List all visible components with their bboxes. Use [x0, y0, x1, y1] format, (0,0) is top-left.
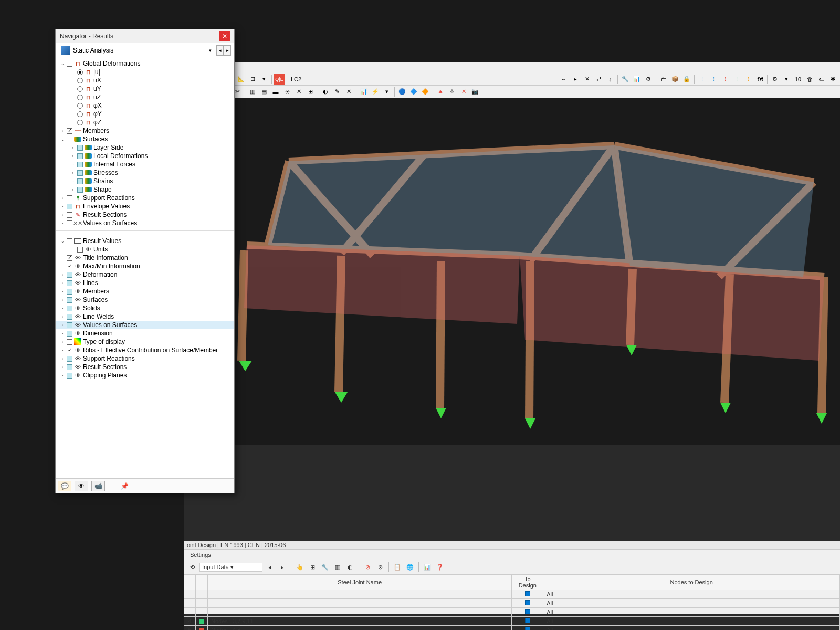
tree-item[interactable]: 👁Max/Min Information — [56, 262, 234, 270]
tree-item[interactable]: ⊓|u| — [56, 68, 234, 76]
checkbox[interactable] — [67, 128, 72, 134]
checkbox[interactable] — [67, 238, 72, 244]
expander-closed-icon[interactable]: › — [60, 204, 65, 209]
tree-item[interactable]: ›Local Deformations — [56, 152, 234, 160]
tree-item[interactable]: ›👁Ribs - Effective Contribution on Surfa… — [56, 346, 234, 354]
checkbox[interactable] — [67, 272, 72, 278]
bottom-table[interactable]: Steel Joint NameTo DesignNodes to Design… — [184, 574, 840, 630]
checkbox[interactable] — [67, 195, 72, 201]
expander-closed-icon[interactable]: › — [60, 364, 65, 370]
tree-item[interactable]: ›Strains — [56, 177, 234, 185]
footer-btn-camera[interactable]: 📹 — [91, 481, 105, 491]
tree-item[interactable]: 👁Title Information — [56, 254, 234, 262]
viewport-3d[interactable] — [184, 98, 840, 445]
expander-closed-icon[interactable]: › — [60, 339, 65, 344]
radio-button[interactable] — [77, 111, 83, 117]
radio-button[interactable] — [77, 69, 83, 75]
tree-item[interactable]: ⌄⊓Global Deformations — [56, 59, 234, 68]
checkbox[interactable] — [67, 373, 72, 379]
expander-open-icon[interactable]: ⌄ — [60, 61, 65, 66]
results-tree[interactable]: ⌄⊓Global Deformations⊓|u|⊓uX⊓uY⊓uZ⊓φX⊓φY… — [56, 58, 234, 478]
radio-button[interactable] — [77, 103, 83, 109]
tree-item[interactable]: ›Type of display — [56, 338, 234, 346]
expander-open-icon[interactable]: ⌄ — [60, 238, 65, 244]
checkbox[interactable] — [77, 162, 83, 167]
table-row[interactable]: 5Nodes : 4,8All — [184, 626, 840, 630]
expander-closed-icon[interactable]: › — [60, 356, 65, 361]
tree-item[interactable]: ⊓φZ — [56, 118, 234, 127]
analysis-dropdown[interactable]: Static Analysis ▾ — [59, 45, 214, 56]
tab-settings[interactable]: Settings — [186, 551, 215, 559]
expander-closed-icon[interactable]: › — [70, 145, 76, 150]
checkbox[interactable] — [67, 348, 72, 353]
checkbox[interactable] — [67, 212, 72, 218]
checkbox[interactable] — [67, 297, 72, 303]
checkbox[interactable] — [67, 61, 72, 67]
checkbox[interactable] — [67, 255, 72, 261]
expander-closed-icon[interactable]: › — [70, 187, 76, 192]
expander-closed-icon[interactable]: › — [70, 162, 76, 167]
load-case-selector[interactable]: LC2 — [286, 74, 307, 85]
tree-item[interactable]: ›↟Support Reactions — [56, 194, 234, 202]
tree-item[interactable]: ⊓φX — [56, 101, 234, 110]
tree-item[interactable]: ›👁Clipping Planes — [56, 371, 234, 380]
checkbox[interactable] — [77, 247, 83, 253]
tree-item[interactable]: ›Internal Forces — [56, 160, 234, 169]
expander-closed-icon[interactable]: › — [60, 306, 65, 311]
expander-closed-icon[interactable]: › — [60, 272, 65, 277]
tree-item[interactable]: ›Stresses — [56, 169, 234, 177]
expander-closed-icon[interactable]: › — [60, 322, 65, 328]
radio-button[interactable] — [77, 94, 83, 100]
table-row[interactable]: All — [184, 590, 840, 599]
checkbox[interactable] — [77, 153, 83, 159]
input-data-dropdown[interactable]: Input Data ▾ — [200, 563, 262, 572]
tree-item[interactable]: ›👁Members — [56, 287, 234, 296]
tree-item[interactable]: ›👁Surfaces — [56, 296, 234, 304]
checkbox[interactable] — [77, 178, 83, 184]
tree-item[interactable]: ›👁Solids — [56, 304, 234, 312]
tree-item[interactable]: ›👁Support Reactions — [56, 354, 234, 363]
checkbox[interactable] — [67, 204, 72, 209]
tree-item[interactable]: ⌄Result Values — [56, 237, 234, 245]
table-row[interactable]: All — [184, 608, 840, 617]
checkbox[interactable] — [67, 339, 72, 345]
menubar[interactable]: -BIM Help — [184, 62, 840, 73]
tree-item[interactable]: ›👁Deformation — [56, 270, 234, 279]
expander-closed-icon[interactable]: › — [60, 297, 65, 302]
checkbox[interactable] — [67, 314, 72, 320]
tree-item[interactable]: ›👁Result Sections — [56, 363, 234, 371]
next-button[interactable]: ▸ — [224, 45, 231, 56]
checkbox[interactable] — [67, 220, 72, 226]
expander-closed-icon[interactable]: › — [60, 195, 65, 201]
radio-button[interactable] — [77, 86, 83, 92]
tree-item[interactable]: ›👁Lines — [56, 279, 234, 287]
checkbox[interactable] — [77, 170, 83, 176]
tree-item[interactable]: ⊓uY — [56, 85, 234, 93]
checkbox[interactable] — [67, 356, 72, 362]
checkbox[interactable] — [67, 289, 72, 295]
tree-item[interactable]: ›✕✕Values on Surfaces — [56, 219, 234, 227]
bottom-controls[interactable]: ⟲ Input Data ▾ ◂▸ 👆⊞ 🔧▥◐ ⊘⊗ 📋🌐 📊❓ — [184, 560, 840, 574]
footer-btn-pin[interactable]: 📌 — [118, 481, 131, 491]
tree-item[interactable]: ›〰Members — [56, 127, 234, 135]
checkbox[interactable] — [77, 187, 83, 193]
toolbar-row-1[interactable]: 📋▾ 🏠🔩📐 ⊞▾ Q|E LC2 ↔▸✕ ⇄↕ 🔧📊⚙ 🗀📦🔒 ⊹⊹ ⊹⊹ ⊹… — [184, 73, 840, 86]
expander-closed-icon[interactable]: › — [60, 373, 65, 378]
expander-closed-icon[interactable]: › — [60, 289, 65, 294]
tree-item[interactable]: ⊓uZ — [56, 93, 234, 101]
tree-item[interactable]: ⌄Surfaces — [56, 135, 234, 143]
tree-item[interactable]: ›👁Dimension — [56, 329, 234, 338]
tree-item[interactable]: ⊓φY — [56, 110, 234, 118]
checkbox[interactable] — [67, 264, 72, 269]
expander-closed-icon[interactable]: › — [60, 348, 65, 353]
table-row[interactable]: 4Nodes : 3,7,9,11All — [184, 617, 840, 626]
toolbar-row-2[interactable]: ▦⚙📷 🖼✂ ▥▤▬ ⚹✕⊞ ◐✎✕ 📊⚡▾ 🔵🔷🔶 🔺⚠✕ 📷 — [184, 86, 840, 98]
checkbox[interactable] — [67, 331, 72, 337]
navigator-titlebar[interactable]: Navigator - Results ✕ — [56, 29, 234, 43]
checkbox[interactable] — [67, 322, 72, 328]
expander-closed-icon[interactable]: › — [60, 314, 65, 319]
checkbox[interactable] — [67, 364, 72, 370]
footer-btn-eye[interactable]: 👁 — [75, 481, 88, 491]
prev-button[interactable]: ◂ — [216, 45, 224, 56]
checkbox[interactable] — [67, 136, 72, 142]
